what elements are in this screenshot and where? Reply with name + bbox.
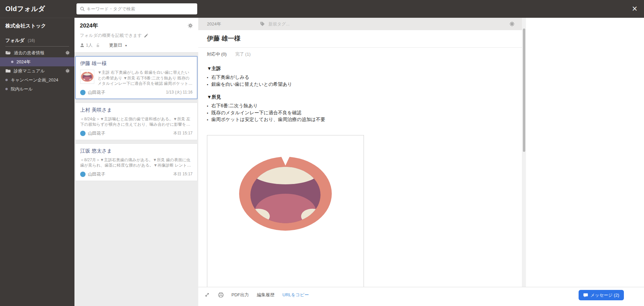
bullet-text: 右下6番:二次う蝕あり xyxy=(211,103,258,109)
sort-selector[interactable]: 更新日 ▼ xyxy=(109,42,127,48)
note-card-title: 江坂 悠太さま xyxy=(80,148,193,154)
close-icon[interactable]: × xyxy=(632,4,637,13)
note-thumbnail-mouth xyxy=(80,70,94,84)
tab-done[interactable]: 完了 (1) xyxy=(235,51,251,57)
scrollbar-thumb[interactable] xyxy=(523,28,525,152)
avatar xyxy=(80,131,86,136)
tab-in-progress[interactable]: 対応中 (0) xyxy=(207,51,227,57)
sidebar-item-2024[interactable]: 2024年 xyxy=(0,57,74,66)
note-title: 伊藤 雄一様 xyxy=(207,34,513,43)
sidebar-item-clinic-rules[interactable]: 院内ルール xyxy=(0,84,74,94)
pencil-icon xyxy=(144,34,148,38)
note-list-column: 2024年 フォルダの概要を記載できます 1人 更新日 xyxy=(74,18,198,306)
folders-header: フォルダ (16) xyxy=(5,37,69,47)
gear-icon[interactable] xyxy=(509,21,515,26)
bullet-text: 歯周ポケットは安定しており、歯周治療の追加は不要 xyxy=(211,116,325,123)
note-author: 山田花子 xyxy=(88,89,105,96)
folder-description-placeholder[interactable]: フォルダの概要を記載できます xyxy=(80,33,193,39)
bullet-text: 右下奥歯がしみる xyxy=(211,74,249,81)
avatar xyxy=(80,90,86,95)
folder-tree: 過去の患者情報 2024年 診療マニュアル キャンペーン企画_2024 xyxy=(0,48,74,94)
folders-label: フォルダ xyxy=(5,38,24,43)
tag-icon xyxy=(260,21,265,26)
top-bar: Oldフォルダ × xyxy=(0,0,644,18)
app-logo: Oldフォルダ xyxy=(0,4,74,13)
message-button[interactable]: メッセージ (2) xyxy=(579,290,624,300)
folder-icon xyxy=(5,69,11,73)
note-timestamp: 本日 15:17 xyxy=(173,171,193,177)
section-heading: ▼所見 xyxy=(207,94,513,100)
gear-icon[interactable] xyxy=(65,69,70,73)
sidebar-item-past-patient-info[interactable]: 過去の患者情報 xyxy=(0,48,74,57)
bullet-icon: ▪ xyxy=(207,81,208,88)
print-icon[interactable] xyxy=(218,292,223,298)
main-area: 株式会社ストック フォルダ (16) 過去の患者情報 2024年 xyxy=(0,18,644,306)
edit-history-button[interactable]: 編集履歴 xyxy=(257,292,274,298)
note-dot-icon xyxy=(11,61,13,63)
folder-open-icon xyxy=(5,51,11,55)
note-timestamp: 本日 15:17 xyxy=(173,130,193,136)
note-footer-toolbar: PDF出力 編集履歴 URLをコピー メッセージ (2) xyxy=(198,287,644,306)
scrollbar-track xyxy=(522,18,526,306)
note-preview: ▼主訴 右下奥歯がしみる 銀歯を白い歯に替えたいとの希望あり ▼所見 右下6番:… xyxy=(98,70,193,86)
note-card-ito[interactable]: 伊藤 雄一様 ▼主訴 右下奥歯がしみる 銀歯を白い歯に替えたいとの希望あり ▼所… xyxy=(75,56,198,99)
note-preview: ＜8/24金＞▼主訴噛むと左側の歯で違和感がある。▼所見 左下の親知らずが横向き… xyxy=(80,116,193,127)
sidebar-item-clinic-manual[interactable]: 診療マニュアル xyxy=(0,66,74,75)
folder-title: 2024年 xyxy=(80,22,98,29)
note-card-esaka[interactable]: 江坂 悠太さま ＜8/27月＞▼主訴右奥歯の痛みがある。▼所見 歯の表面に虫歯が… xyxy=(75,143,198,181)
embedded-image-mouth-illustration xyxy=(207,135,364,306)
new-tag-input[interactable] xyxy=(268,21,315,26)
bullet-icon: ▪ xyxy=(207,117,208,123)
folder-meta-row: 1人 更新日 ▼ xyxy=(80,42,193,48)
bullet-icon: ▪ xyxy=(207,74,208,81)
search-box xyxy=(76,3,197,14)
expand-icon[interactable] xyxy=(205,292,210,298)
tag-bar: 2024年 xyxy=(198,18,522,30)
member-count[interactable]: 1人 xyxy=(86,42,93,48)
pdf-export-button[interactable]: PDF出力 xyxy=(231,292,249,298)
gear-icon[interactable] xyxy=(65,51,70,55)
note-cards: 伊藤 雄一様 ▼主訴 右下奥歯がしみる 銀歯を白い歯に替えたいとの希望あり ▼所… xyxy=(74,53,198,184)
bullet-text: 既存のメタルインレー下に適合不良を確認 xyxy=(211,110,302,116)
note-card-title: 上村 美咲さま xyxy=(80,107,193,113)
gear-icon[interactable] xyxy=(188,23,193,28)
note-detail-pane: 2024年 伊藤 雄一様 対応中 (0) 完了 (1) ▼主訴 ▪右下奥歯がしみ… xyxy=(198,18,522,306)
sidebar-item-label: キャンペーン企画_2024 xyxy=(11,77,58,83)
bullet-icon: ▪ xyxy=(207,103,208,110)
note-content: 伊藤 雄一様 対応中 (0) 完了 (1) ▼主訴 ▪右下奥歯がしみる ▪銀歯を… xyxy=(198,30,522,306)
note-card-title: 伊藤 雄一様 xyxy=(80,60,193,67)
app-window: Oldフォルダ × 株式会社ストック フォルダ (16) 過去の患者情報 xyxy=(0,0,644,306)
copy-url-link[interactable]: URLをコピー xyxy=(282,292,309,298)
organization-name: 株式会社ストック xyxy=(0,18,74,29)
note-preview: ＜8/27月＞▼主訴右奥歯の痛みがある。▼所見 歯の表面に虫歯が見られ、歯茎に軽… xyxy=(80,157,193,168)
search-icon xyxy=(80,6,85,11)
sidebar-item-label: 過去の患者情報 xyxy=(14,50,44,56)
note-body: ▼主訴 ▪右下奥歯がしみる ▪銀歯を白い歯に替えたいとの希望あり ▼所見 ▪右下… xyxy=(198,57,522,306)
avatar xyxy=(80,172,86,177)
task-tabs: 対応中 (0) 完了 (1) xyxy=(198,48,522,57)
folders-count: (16) xyxy=(28,38,35,43)
note-author: 山田花子 xyxy=(88,130,105,136)
bullet-icon: ▪ xyxy=(207,110,208,117)
section-heading: ▼主訴 xyxy=(207,66,513,72)
note-card-uemura[interactable]: 上村 美咲さま ＜8/24金＞▼主訴噛むと左側の歯で違和感がある。▼所見 左下の… xyxy=(75,103,198,140)
unlock-icon[interactable] xyxy=(96,43,100,48)
right-empty-panel xyxy=(526,18,644,306)
note-timestamp: 1/13 (火) 11:16 xyxy=(166,89,193,95)
sidebar-item-campaign-2024[interactable]: キャンペーン企画_2024 xyxy=(0,75,74,84)
sidebar-item-label: 2024年 xyxy=(16,59,31,65)
sidebar-item-label: 診療マニュアル xyxy=(14,68,45,74)
member-icon xyxy=(80,43,85,48)
search-input[interactable] xyxy=(76,3,197,14)
sidebar-item-label: 院内ルール xyxy=(11,86,33,92)
chat-bubble-icon xyxy=(583,293,588,298)
note-dot-icon xyxy=(5,88,8,90)
note-dot-icon xyxy=(5,79,8,81)
breadcrumb[interactable]: 2024年 xyxy=(207,21,221,27)
chevron-down-icon: ▼ xyxy=(125,44,127,47)
bullet-text: 銀歯を白い歯に替えたいとの希望あり xyxy=(211,81,292,88)
folder-sidebar: 株式会社ストック フォルダ (16) 過去の患者情報 2024年 xyxy=(0,18,74,306)
folder-header: 2024年 フォルダの概要を記載できます 1人 更新日 xyxy=(74,18,198,53)
note-author: 山田花子 xyxy=(88,171,105,177)
